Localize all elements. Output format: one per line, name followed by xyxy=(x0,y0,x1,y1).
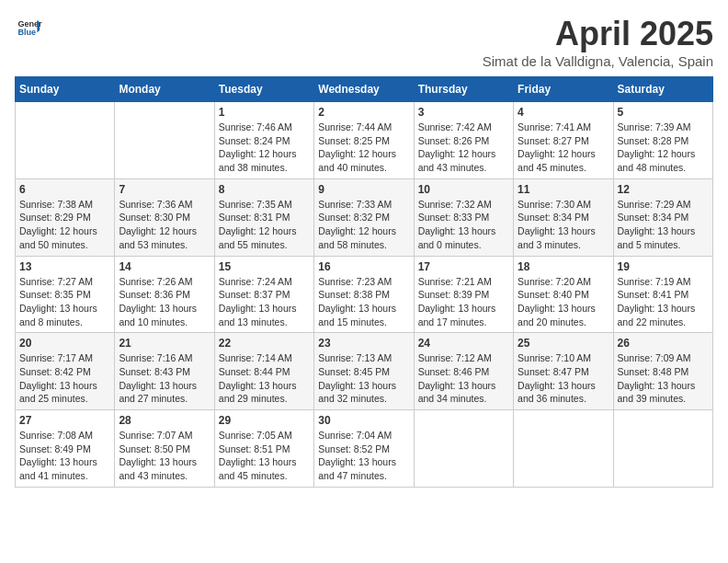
calendar-week-row: 1Sunrise: 7:46 AM Sunset: 8:24 PM Daylig… xyxy=(16,102,713,179)
day-info: Sunrise: 7:09 AM Sunset: 8:48 PM Dayligh… xyxy=(618,351,709,406)
calendar-week-row: 6Sunrise: 7:38 AM Sunset: 8:29 PM Daylig… xyxy=(16,178,713,256)
day-number: 29 xyxy=(219,414,310,427)
day-info: Sunrise: 7:10 AM Sunset: 8:47 PM Dayligh… xyxy=(518,351,609,406)
calendar-cell: 16Sunrise: 7:23 AM Sunset: 8:38 PM Dayli… xyxy=(314,256,414,333)
day-number: 28 xyxy=(119,414,210,427)
day-info: Sunrise: 7:05 AM Sunset: 8:51 PM Dayligh… xyxy=(219,429,310,483)
calendar-cell: 1Sunrise: 7:46 AM Sunset: 8:24 PM Daylig… xyxy=(214,102,313,179)
day-number: 7 xyxy=(119,183,210,196)
day-info: Sunrise: 7:44 AM Sunset: 8:25 PM Dayligh… xyxy=(318,121,409,175)
logo-icon: General Blue xyxy=(17,15,42,40)
weekday-row: SundayMondayTuesdayWednesdayThursdayFrid… xyxy=(16,77,713,102)
calendar-cell: 29Sunrise: 7:05 AM Sunset: 8:51 PM Dayli… xyxy=(214,410,313,488)
calendar-cell: 22Sunrise: 7:14 AM Sunset: 8:44 PM Dayli… xyxy=(214,333,313,410)
svg-text:Blue: Blue xyxy=(17,28,36,37)
day-info: Sunrise: 7:19 AM Sunset: 8:41 PM Dayligh… xyxy=(618,275,709,329)
day-number: 17 xyxy=(418,260,509,273)
day-number: 3 xyxy=(418,106,509,119)
calendar-cell: 3Sunrise: 7:42 AM Sunset: 8:26 PM Daylig… xyxy=(414,102,513,179)
calendar-cell: 11Sunrise: 7:30 AM Sunset: 8:34 PM Dayli… xyxy=(514,178,613,256)
calendar-cell: 7Sunrise: 7:36 AM Sunset: 8:30 PM Daylig… xyxy=(115,178,214,256)
day-info: Sunrise: 7:08 AM Sunset: 8:49 PM Dayligh… xyxy=(19,429,110,483)
day-number: 6 xyxy=(19,183,110,196)
calendar-header: SundayMondayTuesdayWednesdayThursdayFrid… xyxy=(16,77,713,102)
day-number: 4 xyxy=(518,106,609,119)
calendar-cell: 19Sunrise: 7:19 AM Sunset: 8:41 PM Dayli… xyxy=(613,256,712,333)
calendar-cell: 25Sunrise: 7:10 AM Sunset: 8:47 PM Dayli… xyxy=(514,333,613,410)
calendar-body: 1Sunrise: 7:46 AM Sunset: 8:24 PM Daylig… xyxy=(16,102,713,488)
calendar-cell: 27Sunrise: 7:08 AM Sunset: 8:49 PM Dayli… xyxy=(16,410,115,488)
calendar: SundayMondayTuesdayWednesdayThursdayFrid… xyxy=(15,76,713,488)
day-number: 5 xyxy=(618,106,709,119)
calendar-cell: 5Sunrise: 7:39 AM Sunset: 8:28 PM Daylig… xyxy=(613,102,712,179)
day-info: Sunrise: 7:20 AM Sunset: 8:40 PM Dayligh… xyxy=(518,275,609,329)
day-number: 9 xyxy=(318,183,409,196)
calendar-cell: 21Sunrise: 7:16 AM Sunset: 8:43 PM Dayli… xyxy=(115,333,214,410)
day-info: Sunrise: 7:41 AM Sunset: 8:27 PM Dayligh… xyxy=(518,121,609,175)
calendar-cell: 8Sunrise: 7:35 AM Sunset: 8:31 PM Daylig… xyxy=(214,178,313,256)
calendar-cell: 2Sunrise: 7:44 AM Sunset: 8:25 PM Daylig… xyxy=(314,102,414,179)
calendar-week-row: 13Sunrise: 7:27 AM Sunset: 8:35 PM Dayli… xyxy=(16,256,713,333)
day-info: Sunrise: 7:35 AM Sunset: 8:31 PM Dayligh… xyxy=(219,198,310,252)
day-info: Sunrise: 7:26 AM Sunset: 8:36 PM Dayligh… xyxy=(119,275,210,329)
day-info: Sunrise: 7:24 AM Sunset: 8:37 PM Dayligh… xyxy=(219,275,310,329)
day-number: 26 xyxy=(618,337,709,350)
header: General Blue April 2025 Simat de la Vall… xyxy=(15,15,713,69)
calendar-cell: 23Sunrise: 7:13 AM Sunset: 8:45 PM Dayli… xyxy=(314,333,414,410)
day-info: Sunrise: 7:16 AM Sunset: 8:43 PM Dayligh… xyxy=(119,351,210,406)
logo: General Blue xyxy=(15,15,42,44)
day-number: 19 xyxy=(618,260,709,273)
day-number: 13 xyxy=(19,260,110,273)
weekday-header: Wednesday xyxy=(314,77,414,102)
day-number: 15 xyxy=(219,260,310,273)
calendar-cell: 17Sunrise: 7:21 AM Sunset: 8:39 PM Dayli… xyxy=(414,256,513,333)
day-info: Sunrise: 7:46 AM Sunset: 8:24 PM Dayligh… xyxy=(219,121,310,175)
title-area: April 2025 Simat de la Valldigna, Valenc… xyxy=(483,15,713,69)
weekday-header: Friday xyxy=(514,77,613,102)
calendar-cell xyxy=(16,102,115,179)
day-info: Sunrise: 7:27 AM Sunset: 8:35 PM Dayligh… xyxy=(19,275,110,329)
calendar-cell: 13Sunrise: 7:27 AM Sunset: 8:35 PM Dayli… xyxy=(16,256,115,333)
day-info: Sunrise: 7:12 AM Sunset: 8:46 PM Dayligh… xyxy=(418,351,509,406)
calendar-cell: 20Sunrise: 7:17 AM Sunset: 8:42 PM Dayli… xyxy=(16,333,115,410)
calendar-cell xyxy=(414,410,513,488)
calendar-cell: 6Sunrise: 7:38 AM Sunset: 8:29 PM Daylig… xyxy=(16,178,115,256)
location-title: Simat de la Valldigna, Valencia, Spain xyxy=(483,53,713,69)
day-info: Sunrise: 7:38 AM Sunset: 8:29 PM Dayligh… xyxy=(19,198,110,252)
day-info: Sunrise: 7:17 AM Sunset: 8:42 PM Dayligh… xyxy=(19,351,110,406)
calendar-cell: 14Sunrise: 7:26 AM Sunset: 8:36 PM Dayli… xyxy=(115,256,214,333)
day-number: 8 xyxy=(219,183,310,196)
day-info: Sunrise: 7:29 AM Sunset: 8:34 PM Dayligh… xyxy=(618,198,709,252)
day-number: 22 xyxy=(219,337,310,350)
calendar-cell: 12Sunrise: 7:29 AM Sunset: 8:34 PM Dayli… xyxy=(613,178,712,256)
day-info: Sunrise: 7:36 AM Sunset: 8:30 PM Dayligh… xyxy=(119,198,210,252)
day-info: Sunrise: 7:07 AM Sunset: 8:50 PM Dayligh… xyxy=(119,429,210,483)
day-info: Sunrise: 7:21 AM Sunset: 8:39 PM Dayligh… xyxy=(418,275,509,329)
weekday-header: Monday xyxy=(115,77,214,102)
calendar-week-row: 27Sunrise: 7:08 AM Sunset: 8:49 PM Dayli… xyxy=(16,410,713,488)
day-number: 10 xyxy=(418,183,509,196)
day-number: 25 xyxy=(518,337,609,350)
day-number: 23 xyxy=(318,337,409,350)
day-info: Sunrise: 7:39 AM Sunset: 8:28 PM Dayligh… xyxy=(618,121,709,175)
weekday-header: Saturday xyxy=(613,77,712,102)
calendar-week-row: 20Sunrise: 7:17 AM Sunset: 8:42 PM Dayli… xyxy=(16,333,713,410)
calendar-cell xyxy=(115,102,214,179)
calendar-cell: 4Sunrise: 7:41 AM Sunset: 8:27 PM Daylig… xyxy=(514,102,613,179)
day-number: 27 xyxy=(19,414,110,427)
day-info: Sunrise: 7:04 AM Sunset: 8:52 PM Dayligh… xyxy=(318,429,409,483)
day-info: Sunrise: 7:33 AM Sunset: 8:32 PM Dayligh… xyxy=(318,198,409,252)
day-number: 14 xyxy=(119,260,210,273)
day-number: 18 xyxy=(518,260,609,273)
day-info: Sunrise: 7:30 AM Sunset: 8:34 PM Dayligh… xyxy=(518,198,609,252)
month-title: April 2025 xyxy=(483,15,713,53)
day-info: Sunrise: 7:32 AM Sunset: 8:33 PM Dayligh… xyxy=(418,198,509,252)
day-number: 16 xyxy=(318,260,409,273)
day-number: 20 xyxy=(19,337,110,350)
day-info: Sunrise: 7:42 AM Sunset: 8:26 PM Dayligh… xyxy=(418,121,509,175)
weekday-header: Thursday xyxy=(414,77,513,102)
calendar-cell: 10Sunrise: 7:32 AM Sunset: 8:33 PM Dayli… xyxy=(414,178,513,256)
calendar-cell: 18Sunrise: 7:20 AM Sunset: 8:40 PM Dayli… xyxy=(514,256,613,333)
calendar-cell: 15Sunrise: 7:24 AM Sunset: 8:37 PM Dayli… xyxy=(214,256,313,333)
day-number: 21 xyxy=(119,337,210,350)
